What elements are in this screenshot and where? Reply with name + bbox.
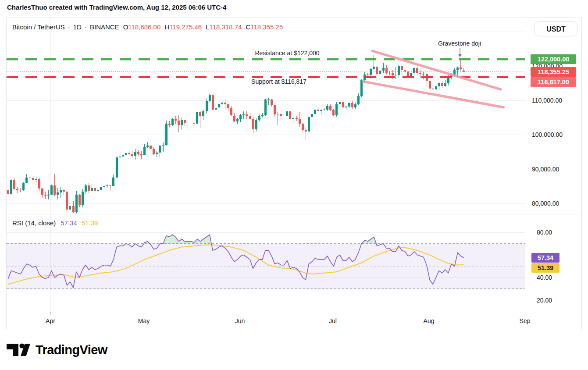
price-level-badge: 118,355.25: [531, 67, 576, 77]
month-label-jul: Jul: [329, 317, 337, 324]
doji-arrow: [458, 48, 462, 57]
gravestone-doji-annotation[interactable]: Gravestone doji: [423, 40, 496, 47]
attribution-text: CharlesThuo created with TradingView.com…: [7, 4, 226, 11]
price-axis-label: 90,000.00: [525, 166, 582, 173]
price-axis-label: 100,000.00: [525, 131, 582, 138]
time-axis[interactable]: AprMayJunJulAugSep: [7, 312, 581, 330]
resistance-annotation[interactable]: Resistance at $122,000: [250, 50, 324, 57]
symbol-legend: Bitcoin / TetherUS·1D·BINANCEO118,686.00…: [12, 23, 283, 31]
rsi-axis-label: 80.00: [525, 229, 582, 236]
trendline-upper-channel: [372, 51, 501, 89]
time-axis-tick: [144, 312, 144, 314]
price-axis-label: 80,000.00: [525, 200, 582, 207]
tradingview-logo-icon: [6, 340, 31, 359]
right-price-axis[interactable]: USDT 120,000.00110,000.00100,000.0090,00…: [525, 18, 582, 312]
legend-separator: ·: [85, 23, 87, 31]
price-axis-label: 110,000.00: [525, 97, 582, 104]
price-level-badge: 116,817.00: [531, 77, 576, 87]
tradingview-brand: TradingView: [6, 340, 107, 359]
time-axis-tick: [429, 312, 429, 314]
symbol-name: Bitcoin / TetherUS: [12, 23, 65, 31]
month-label-aug: Aug: [424, 317, 435, 324]
support-annotation[interactable]: Support at $116,817: [244, 78, 314, 85]
month-label-apr: Apr: [46, 317, 55, 324]
brand-name: TradingView: [36, 343, 107, 357]
month-label-may: May: [138, 317, 150, 324]
ohlc-low: L118,318.74: [206, 23, 242, 31]
rsi-value: 57.34: [61, 219, 77, 227]
ohlc-open: O118,686.00: [123, 23, 161, 31]
ohlc-high: H119,275.46: [164, 23, 202, 31]
month-label-jun: Jun: [235, 317, 245, 324]
price-level-badge: 122,000.00: [531, 54, 576, 64]
rsi-title: RSI (14, close): [12, 219, 56, 227]
currency-toggle-button[interactable]: USDT: [535, 21, 577, 36]
ohlc-close: C118,355.25: [246, 23, 283, 31]
rsi-ma-value: 51.39: [82, 219, 98, 227]
time-axis-tick: [525, 312, 525, 314]
rsi-price-badge: 57.34: [531, 253, 559, 263]
time-axis-tick: [50, 312, 51, 314]
candles: [7, 55, 465, 213]
time-axis-tick: [240, 312, 240, 314]
rsi-legend: RSI (14, close)57.3451.39: [12, 219, 98, 227]
exchange-label: BINANCE: [90, 23, 119, 31]
price-chart-canvas[interactable]: [7, 18, 525, 312]
pane-divider[interactable]: [7, 214, 581, 214]
month-label-sep: Sep: [520, 317, 531, 324]
rsi-price-badge: 51.39: [531, 263, 559, 273]
legend-separator: ·: [68, 23, 70, 31]
time-axis-tick: [333, 312, 333, 314]
rsi-axis-label: 40.00: [525, 274, 582, 281]
rsi-axis-label: 20.00: [525, 297, 582, 304]
chart-widget: Bitcoin / TetherUS·1D·BINANCEO118,686.00…: [6, 18, 582, 330]
trendline-lower-channel: [363, 82, 503, 107]
interval-label: 1D: [73, 23, 82, 31]
